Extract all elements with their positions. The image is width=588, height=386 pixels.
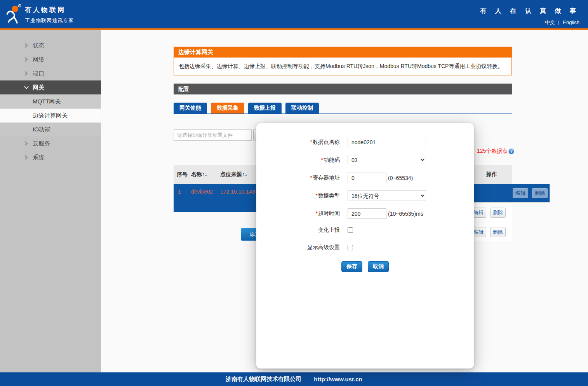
sidebar-item-status[interactable]: 状态 — [0, 38, 101, 52]
header-slogan: 有 人 在 认 真 做 事 — [480, 7, 579, 15]
chevron-down-icon — [24, 86, 30, 89]
brand-block: 有人物联网 工业物联网通讯专家 — [25, 5, 74, 24]
lang-separator: | — [558, 19, 559, 25]
chevron-right-icon — [24, 141, 30, 146]
datapoint-name-input[interactable] — [348, 137, 426, 147]
field-label-datapoint-name: *数据点名称 — [256, 139, 340, 146]
column-header-actions: 操作 — [471, 165, 512, 184]
sidebar-item-io-function[interactable]: IO功能 — [0, 122, 101, 136]
usr-logo-icon: R — [4, 3, 22, 26]
field-label-data-type: *数据类型 — [256, 192, 340, 199]
config-tabs: 网关使能 数据采集 数据上报 联动控制 — [174, 103, 323, 114]
table-row-actions: 编辑 删除 — [471, 203, 512, 222]
sidebar-item-edge-gateway[interactable]: 边缘计算网关 — [0, 108, 101, 122]
tab-underline — [174, 114, 512, 114]
column-header-index: 序号 — [174, 171, 191, 178]
sidebar-item-mqtt-gateway[interactable]: MQTT网关 — [0, 94, 101, 108]
field-label-advanced-settings: 显示高级设置 — [256, 244, 340, 251]
tab-data-report[interactable]: 数据上报 — [248, 103, 282, 114]
register-address-input[interactable] — [348, 173, 386, 183]
report-on-change-checkbox[interactable] — [348, 227, 353, 233]
sort-icon: ↑↓ — [242, 171, 247, 177]
config-file-input[interactable] — [174, 129, 252, 141]
field-label-report-on-change: 变化上报 — [256, 227, 340, 234]
chevron-right-icon — [24, 43, 30, 48]
lang-chinese-link[interactable]: 中文 — [545, 19, 555, 25]
lang-english-link[interactable]: English — [563, 19, 579, 25]
delete-button[interactable]: 删除 — [532, 188, 548, 198]
brand-title: 有人物联网 — [25, 5, 74, 14]
page-title: 边缘计算网关 — [174, 47, 512, 57]
header-accent-strip — [0, 28, 588, 30]
timeout-input[interactable] — [348, 208, 386, 219]
timeout-hint: (10~65535)ms — [388, 211, 423, 217]
config-section-header: 配置 — [174, 84, 512, 94]
language-switcher: 中文 | English — [480, 19, 579, 26]
data-type-select[interactable]: 16位无符号 — [348, 190, 426, 201]
sort-icon: ↑↓ — [202, 171, 207, 177]
tab-gateway-enable[interactable]: 网关使能 — [174, 103, 207, 114]
field-label-function-code: *功能码 — [256, 157, 340, 164]
top-header: R 有人物联网 工业物联网通讯专家 有 人 在 认 真 做 事 中文 | Eng… — [0, 0, 588, 28]
chevron-right-icon — [24, 57, 30, 62]
footer-company: 济南有人物联网技术有限公司 — [226, 376, 301, 383]
save-button[interactable]: 保存 — [341, 261, 362, 272]
function-code-select[interactable]: 03 — [348, 155, 426, 165]
chevron-right-icon — [24, 155, 30, 160]
page-description: 包括边缘采集、边缘计算、边缘上报、联动控制等功能，支持Modbus RTU转Js… — [174, 57, 512, 75]
chevron-right-icon — [24, 71, 30, 76]
table-row-actions: 编辑 删除 — [471, 184, 550, 203]
footer-url[interactable]: http://www.usr.cn — [314, 376, 362, 383]
table-row-actions: 编辑 删除 — [471, 222, 512, 241]
sidebar-item-gateway[interactable]: 网关 — [0, 80, 101, 94]
show-advanced-settings-checkbox[interactable] — [348, 245, 353, 250]
sidebar-item-network[interactable]: 网络 — [0, 52, 101, 66]
tab-linkage-control[interactable]: 联动控制 — [285, 103, 319, 114]
sidebar-nav: 状态 网络 端口 网关 MQTT网关 边缘计算网关 IO功能 云服务 系统 — [0, 30, 101, 372]
edit-button[interactable]: 编辑 — [513, 188, 528, 198]
help-icon[interactable]: ? — [508, 148, 514, 154]
delete-button[interactable]: 删除 — [490, 227, 506, 237]
delete-button[interactable]: 删除 — [490, 208, 506, 218]
sidebar-item-system[interactable]: 系统 — [0, 150, 101, 164]
sidebar-item-port[interactable]: 端口 — [0, 66, 101, 80]
register-address-hint: (0~65534) — [388, 175, 413, 181]
tab-data-collection[interactable]: 数据采集 — [211, 103, 244, 114]
field-label-register-address: *寄存器地址 — [256, 175, 340, 182]
datapoint-count: 125个数据点 ? — [477, 148, 514, 155]
column-header-name[interactable]: 名称↑↓ — [191, 171, 220, 178]
field-label-timeout: *超时时间 — [256, 210, 340, 217]
table-actions-column: 操作 编辑 删除 编辑 删除 编辑 删除 — [471, 165, 512, 241]
cancel-button[interactable]: 取消 — [368, 261, 389, 272]
sidebar-item-cloud-service[interactable]: 云服务 — [0, 136, 101, 150]
svg-text:R: R — [19, 5, 21, 7]
edit-datapoint-modal: *数据点名称 *功能码 03 *寄存器地址 (0~65534) *数据类型 16… — [256, 123, 474, 369]
app-root: R 有人物联网 工业物联网通讯专家 有 人 在 认 真 做 事 中文 | Eng… — [0, 0, 588, 386]
brand-subtitle: 工业物联网通讯专家 — [25, 17, 74, 24]
page-footer: 济南有人物联网技术有限公司 http://www.usr.cn — [0, 372, 588, 386]
